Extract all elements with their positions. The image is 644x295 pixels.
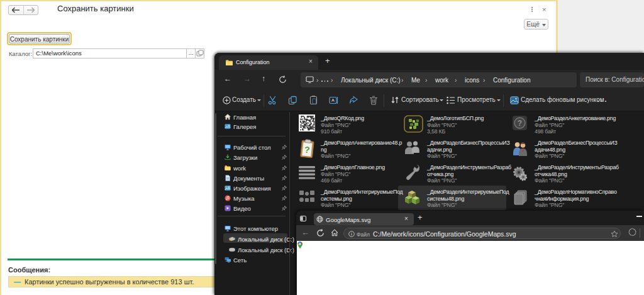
svg-text:?: ? xyxy=(518,119,522,128)
svg-text:?: ? xyxy=(304,145,310,155)
